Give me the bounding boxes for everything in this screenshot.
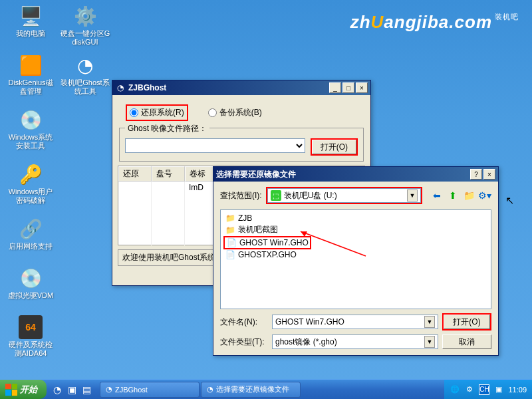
lookin-combo[interactable]: ⬚ 装机吧U盘 (U:) ▼ bbox=[267, 188, 421, 203]
app-icon: 💿 bbox=[19, 266, 43, 290]
open-button[interactable]: 打开(O) bbox=[444, 315, 490, 329]
app-icon: ⚙️ bbox=[73, 4, 97, 28]
quicklaunch-icon[interactable]: ▣ bbox=[65, 383, 78, 396]
file-icon: 📄 bbox=[226, 238, 237, 247]
desktop-icon[interactable]: 💿Windows系统安装工具 bbox=[5, 108, 56, 150]
lang-indicator[interactable]: CH bbox=[479, 384, 489, 395]
app-icon: 🔑 bbox=[19, 162, 43, 186]
icon-label: 硬件及系统检测AIDA64 bbox=[5, 340, 56, 358]
desktop-icon[interactable]: 🔗启用网络支持 bbox=[5, 217, 56, 251]
chevron-down-icon[interactable]: ▼ bbox=[424, 316, 435, 328]
filetype-combo[interactable]: ghost镜像 (*.gho) ▼ bbox=[272, 334, 438, 349]
fdlg-title: 选择需要还原镜像文件 bbox=[216, 169, 470, 180]
lookin-label: 查找范围(I): bbox=[220, 190, 262, 201]
backup-radio[interactable]: 备份系统(B) bbox=[208, 107, 262, 118]
list-item[interactable]: 📄GHOSTXP.GHO bbox=[223, 249, 488, 260]
start-button[interactable]: 开始 bbox=[0, 380, 47, 399]
quicklaunch-icon[interactable]: ◔ bbox=[51, 383, 64, 396]
file-name: GHOSTXP.GHO bbox=[238, 250, 297, 259]
list-item[interactable]: 📁装机吧截图 bbox=[223, 223, 488, 236]
windows-icon bbox=[5, 384, 17, 396]
desktop-icon[interactable]: 🖥️我的电脑 bbox=[5, 4, 56, 38]
close-button[interactable]: × bbox=[356, 82, 368, 93]
taskbar: 开始 ◔ ▣ ▤ ◔ZJBGhost◔选择需要还原镜像文件 🌐 ⚙ CH ▣ 1… bbox=[0, 379, 532, 399]
app-icon: 🖥️ bbox=[19, 4, 43, 28]
minimize-button[interactable]: _ bbox=[329, 82, 341, 93]
task-label: ZJBGhost bbox=[115, 386, 148, 394]
chevron-down-icon[interactable]: ▼ bbox=[407, 190, 418, 201]
quicklaunch-icon[interactable]: ▤ bbox=[80, 383, 93, 396]
icon-label: 虚拟光驱VDM bbox=[5, 291, 56, 300]
tray-icon[interactable]: ⚙ bbox=[464, 384, 475, 395]
list-item[interactable]: 📁ZJB bbox=[223, 213, 488, 223]
desktop-icon[interactable]: 🔑Windows用户密码破解 bbox=[5, 162, 56, 205]
file-name: 装机吧截图 bbox=[238, 224, 278, 235]
desktop-icon[interactable]: 💿虚拟光驱VDM bbox=[5, 266, 56, 300]
filetype-label: 文件类型(T): bbox=[220, 336, 268, 348]
icon-label: DiskGenius磁盘管理 bbox=[5, 78, 56, 96]
restore-radio-highlight: 还原系统(R) bbox=[126, 104, 188, 121]
open-button[interactable]: 打开(O) bbox=[312, 140, 356, 154]
icon-label: Windows用户密码破解 bbox=[5, 188, 56, 205]
icon-label: 我的电脑 bbox=[5, 29, 56, 38]
fdlg-titlebar[interactable]: 选择需要还原镜像文件 ? × bbox=[213, 167, 498, 182]
file-name: ZJB bbox=[238, 213, 252, 223]
task-icon: ◔ bbox=[106, 385, 112, 394]
filename-combo[interactable]: GHOST Win7.GHO ▼ bbox=[272, 315, 438, 329]
restore-radio[interactable]: 还原系统(R) bbox=[130, 107, 184, 118]
taskbar-button[interactable]: ◔ZJBGhost bbox=[100, 382, 200, 398]
file-icon: 📁 bbox=[225, 225, 235, 235]
drive-icon: ⬚ bbox=[271, 190, 281, 201]
taskbar-button[interactable]: ◔选择需要还原镜像文件 bbox=[201, 382, 301, 398]
icon-label: 装机吧Ghost系统工具 bbox=[60, 78, 110, 96]
desktop-icon[interactable]: 64硬件及系统检测AIDA64 bbox=[5, 315, 56, 358]
close-button[interactable]: × bbox=[483, 169, 495, 180]
list-item[interactable]: 📄GHOST Win7.GHO bbox=[223, 236, 311, 249]
task-icon: ◔ bbox=[207, 385, 213, 394]
task-label: 选择需要还原镜像文件 bbox=[216, 384, 289, 394]
cancel-button[interactable]: 取消 bbox=[442, 334, 491, 349]
chevron-down-icon[interactable]: ▼ bbox=[424, 336, 435, 348]
app-icon: 💿 bbox=[19, 108, 43, 132]
file-name: GHOST Win7.GHO bbox=[239, 238, 309, 247]
app-icon: 🟧 bbox=[19, 53, 43, 77]
clock[interactable]: 11:09 bbox=[508, 386, 527, 394]
path-fieldset: Ghost 映像文件路径： 打开(O) bbox=[119, 128, 364, 162]
file-icon: 📁 bbox=[225, 213, 235, 223]
file-icon: 📄 bbox=[225, 250, 235, 259]
file-dialog: 选择需要还原镜像文件 ? × 查找范围(I): ⬚ 装机吧U盘 (U:) ▼ ⬅… bbox=[213, 166, 499, 356]
zjb-title: ZJBGhost bbox=[128, 83, 329, 92]
system-tray[interactable]: 🌐 ⚙ CH ▣ 11:09 bbox=[444, 380, 532, 399]
filename-label: 文件名(N): bbox=[220, 317, 268, 328]
file-list[interactable]: 📁ZJB📁装机吧截图📄GHOST Win7.GHO📄GHOSTXP.GHO bbox=[220, 209, 491, 309]
app-icon: ◔ bbox=[73, 53, 97, 77]
path-combo[interactable] bbox=[125, 138, 305, 153]
tray-icon[interactable]: ▣ bbox=[493, 384, 504, 395]
tray-icon[interactable]: 🌐 bbox=[450, 384, 460, 395]
app-icon: 64 bbox=[19, 315, 43, 339]
new-folder-icon[interactable]: 📁 bbox=[462, 189, 475, 202]
zjb-titlebar[interactable]: ◔ ZJBGhost _ □ × bbox=[112, 80, 370, 95]
desktop-icon[interactable]: ⚙️硬盘一键分区GdiskGUI bbox=[60, 4, 110, 47]
maximize-button[interactable]: □ bbox=[342, 82, 354, 93]
watermark: zhUangjiba.com装机吧 bbox=[350, 12, 519, 33]
view-icon[interactable]: ⚙▾ bbox=[478, 189, 491, 202]
desktop-icon[interactable]: 🟧DiskGenius磁盘管理 bbox=[5, 53, 56, 96]
icon-label: 硬盘一键分区GdiskGUI bbox=[60, 29, 110, 47]
back-icon[interactable]: ⬅ bbox=[430, 189, 444, 202]
help-button[interactable]: ? bbox=[470, 169, 482, 180]
desktop-icon[interactable]: ◔装机吧Ghost系统工具 bbox=[60, 53, 110, 96]
icon-label: 启用网络支持 bbox=[5, 242, 56, 251]
icon-label: Windows系统安装工具 bbox=[5, 133, 56, 150]
up-icon[interactable]: ⬆ bbox=[446, 189, 460, 202]
app-icon: ◔ bbox=[115, 82, 126, 93]
app-icon: 🔗 bbox=[19, 217, 43, 241]
